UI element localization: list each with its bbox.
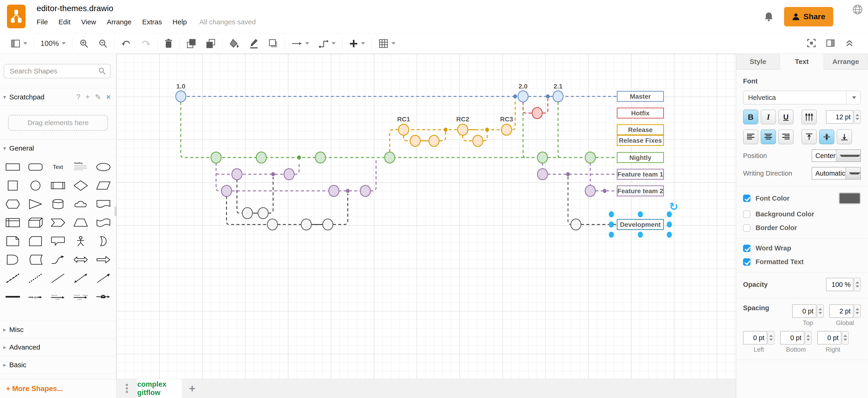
format-panel-toggle-button[interactable] — [826, 38, 835, 48]
connection-button[interactable] — [287, 36, 314, 51]
to-front-button[interactable] — [182, 36, 201, 51]
spacing-top-stepper[interactable] — [817, 304, 824, 318]
commit-node[interactable] — [211, 152, 221, 163]
align-center-button[interactable] — [761, 130, 776, 144]
shape-text[interactable]: Text — [47, 158, 69, 176]
commit-node[interactable] — [329, 185, 339, 196]
shape-cube[interactable] — [24, 213, 47, 232]
fit-page-button[interactable] — [807, 38, 816, 48]
zoom-in-button[interactable] — [74, 36, 93, 51]
commit-node[interactable] — [410, 135, 420, 146]
menu-extras[interactable]: Extras — [142, 18, 162, 26]
scratchpad-header[interactable]: ▾ Scratchpad ? + ✎ × — [0, 88, 116, 106]
spacing-right-stepper[interactable] — [842, 331, 849, 345]
merge-dot[interactable] — [485, 128, 489, 132]
valign-middle-button[interactable] — [819, 130, 834, 144]
tab-style[interactable]: Style — [736, 54, 780, 69]
commit-node[interactable] — [232, 169, 242, 180]
selection-handle[interactable] — [667, 232, 672, 238]
delete-button[interactable] — [159, 36, 178, 51]
bold-button[interactable]: B — [743, 109, 758, 124]
shape-actor[interactable] — [69, 232, 92, 251]
shape-rounded-rectangle[interactable] — [24, 158, 47, 176]
add-page-button[interactable]: + — [182, 379, 203, 398]
menu-file[interactable]: File — [37, 18, 48, 26]
commit-node[interactable] — [267, 219, 278, 230]
formatted-text-checkbox[interactable] — [743, 258, 750, 266]
opacity-stepper[interactable] — [854, 277, 861, 292]
shape-or[interactable] — [92, 232, 115, 251]
selection-handle[interactable] — [609, 222, 614, 228]
valign-top-button[interactable] — [802, 130, 817, 144]
menu-view[interactable]: View — [81, 18, 96, 26]
tab-arrange[interactable]: Arrange — [824, 54, 868, 69]
underline-button[interactable]: U — [778, 109, 794, 124]
shape-arrow-with-label[interactable]: Label — [24, 288, 47, 306]
shape-step[interactable] — [47, 213, 69, 232]
font-color-swatch[interactable] — [839, 192, 861, 204]
section-misc[interactable]: ▸ Misc — [0, 321, 116, 338]
scratchpad-close-icon[interactable]: × — [106, 93, 111, 101]
shape-internal-storage[interactable] — [1, 213, 24, 232]
zoom-out-button[interactable] — [93, 36, 113, 51]
shape-cloud[interactable] — [69, 195, 92, 213]
align-right-button[interactable] — [778, 130, 794, 144]
menu-arrange[interactable]: Arrange — [107, 18, 132, 26]
menu-edit[interactable]: Edit — [58, 18, 70, 26]
section-advanced[interactable]: ▸ Advanced — [0, 338, 116, 356]
commit-node[interactable] — [532, 107, 542, 119]
redo-button[interactable] — [136, 36, 155, 51]
shape-data-storage[interactable] — [24, 251, 47, 269]
menu-help[interactable]: Help — [173, 18, 187, 26]
font-size-input[interactable]: 12 pt — [826, 110, 854, 124]
shape-process[interactable] — [47, 176, 69, 195]
commit-node[interactable] — [571, 219, 581, 230]
merge-dot[interactable] — [603, 189, 607, 193]
search-shapes-input[interactable] — [4, 64, 111, 78]
merge-dot[interactable] — [566, 172, 570, 176]
shape-curve[interactable] — [47, 251, 69, 269]
spacing-bottom-stepper[interactable] — [805, 331, 812, 345]
selection-handle[interactable] — [609, 232, 614, 238]
commit-node[interactable] — [458, 124, 468, 135]
commit-node[interactable] — [360, 185, 370, 196]
commit-node[interactable] — [585, 152, 595, 163]
shape-directional-connector[interactable] — [92, 269, 115, 288]
scratchpad-add-icon[interactable]: + — [86, 93, 90, 101]
to-back-button[interactable] — [201, 36, 221, 51]
commit-node[interactable] — [221, 185, 231, 196]
shadow-button[interactable] — [264, 36, 283, 51]
vertical-text-button[interactable] — [802, 109, 817, 124]
border-color-checkbox[interactable] — [743, 224, 750, 232]
commit-node[interactable] — [585, 185, 595, 196]
rotate-handle-icon[interactable]: ↻ — [669, 200, 678, 213]
italic-button[interactable]: I — [761, 109, 776, 124]
shape-bidirectional-arrow[interactable] — [69, 251, 92, 269]
language-globe-icon[interactable] — [852, 4, 863, 15]
spacing-top-input[interactable]: 0 pt — [792, 304, 816, 318]
shape-arrow[interactable] — [92, 251, 115, 269]
scratchpad-edit-icon[interactable]: ✎ — [95, 93, 101, 101]
background-color-checkbox[interactable] — [743, 210, 750, 218]
commit-node[interactable] — [537, 152, 548, 163]
spacing-left-stepper[interactable] — [768, 331, 775, 345]
shape-trapezoid[interactable] — [69, 213, 92, 232]
shape-arrow-message[interactable] — [92, 288, 115, 306]
merge-dot[interactable] — [444, 128, 447, 132]
commit-node[interactable] — [323, 219, 333, 230]
tab-text[interactable]: Text — [780, 54, 824, 69]
commit-node[interactable] — [384, 152, 395, 163]
pages-menu-icon[interactable] — [116, 379, 137, 398]
commit-node[interactable] — [473, 135, 483, 146]
position-select[interactable]: Center — [812, 150, 861, 162]
merge-dot[interactable] — [346, 189, 350, 193]
shape-arrow-source-target[interactable]: SourceTargetLabel — [69, 288, 92, 306]
shape-hexagon[interactable] — [1, 195, 24, 213]
zoom-level-button[interactable]: 100% — [36, 36, 70, 51]
font-family-select[interactable]: Helvetica — [743, 91, 861, 104]
commit-node[interactable] — [518, 91, 528, 102]
selection-handle[interactable] — [638, 211, 643, 217]
shape-arrow-source-label[interactable]: SourceLabel — [47, 288, 69, 306]
commit-node[interactable] — [501, 124, 512, 135]
diagram-canvas[interactable]: MasterHotfixReleaseRelease FixesNightlyF… — [116, 54, 736, 379]
